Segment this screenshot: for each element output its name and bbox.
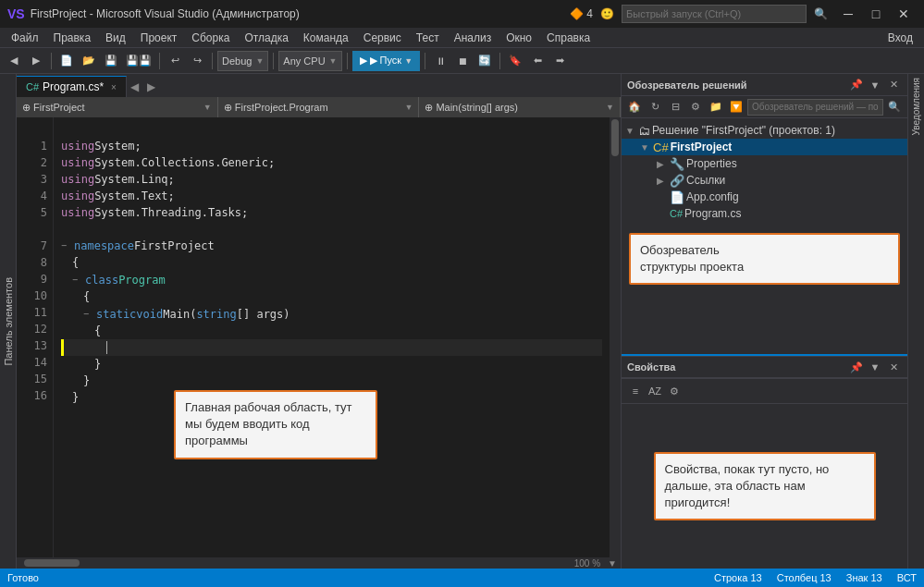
debug-config-dropdown[interactable]: Debug ▼ [217, 51, 268, 71]
se-search-btn[interactable]: 🔍 [885, 98, 904, 116]
programcs-label: Program.cs [684, 207, 741, 220]
tab-close-button[interactable]: × [111, 82, 117, 92]
main-layout: Панель элементов C# Program.cs* × ◀ ▶ ⊕ … [0, 74, 924, 569]
toolbar-nav1-btn[interactable]: ⬅ [527, 51, 548, 71]
tree-solution[interactable]: ▼ 🗂 Решение "FirstProject" (проектов: 1) [622, 122, 907, 139]
signin-button[interactable]: Вход [881, 30, 920, 46]
se-collapse-btn[interactable]: ⊟ [666, 98, 684, 116]
tab-scroll-right[interactable]: ▶ [143, 76, 160, 97]
code-editor[interactable]: 1 2 3 4 5 7 8 9 10 11 12 13 14 15 16 [17, 117, 621, 557]
props-category-btn[interactable]: ≡ [627, 383, 644, 399]
expand-icon-2[interactable]: − [72, 272, 83, 288]
tree-references[interactable]: ▶ 🔗 Ссылки [622, 172, 907, 189]
close-button[interactable]: ✕ [891, 5, 917, 23]
tree-properties[interactable]: ▶ 🔧 Properties [622, 155, 907, 172]
scrollbar-h-thumb [24, 559, 80, 567]
debug-indicator [61, 339, 64, 356]
toolbar-nav2-btn[interactable]: ➡ [549, 51, 570, 71]
title-bar: VS FirstProject - Microsoft Visual Studi… [0, 0, 924, 28]
project-label: FirstProject [671, 141, 733, 153]
menu-team[interactable]: Команда [296, 30, 356, 46]
properties-label: Properties [686, 157, 737, 170]
run-icon: ▶ [360, 55, 367, 67]
props-pages-btn[interactable]: ⚙ [666, 383, 683, 399]
notification-label[interactable]: Уведомления [911, 74, 921, 140]
se-home-btn[interactable]: 🏠 [625, 98, 644, 116]
editor-scrollbar[interactable] [610, 117, 621, 557]
code-dropdowns: ⊕ FirstProject ▼ ⊕ FirstProject.Program … [17, 97, 621, 117]
tab-scroll-left[interactable]: ◀ [127, 76, 143, 97]
toolbar-bookmark-btn[interactable]: 🔖 [505, 51, 525, 71]
menu-project[interactable]: Проект [133, 30, 185, 46]
quick-launch-input[interactable] [622, 5, 807, 23]
properties-title: Свойства [627, 361, 848, 373]
toolbar-saveall-btn[interactable]: 💾💾 [123, 51, 154, 71]
right-panel: Обозреватель решений 📌 ▼ ✕ 🏠 ↻ ⊟ ⚙ 📁 🔽 🔍 [621, 74, 907, 569]
se-search-input[interactable] [747, 99, 883, 116]
menu-build[interactable]: Сборка [184, 30, 237, 46]
toolbar-restart-btn[interactable]: 🔄 [474, 51, 495, 71]
menu-window[interactable]: Окно [499, 30, 539, 46]
tree-programcs[interactable]: C# Program.cs [622, 205, 907, 222]
toolbar-save-btn[interactable]: 💾 [101, 51, 121, 71]
code-line: } [61, 373, 602, 389]
bottom-scrollbar[interactable]: 100 % ▼ [17, 557, 621, 569]
program-cs-tab[interactable]: C# Program.cs* × [17, 76, 127, 97]
class-dropdown[interactable]: ⊕ FirstProject.Program ▼ [218, 97, 420, 117]
toolbar-undo-btn[interactable]: ↩ [165, 51, 185, 71]
props-menu-btn[interactable]: ▼ [867, 359, 883, 375]
tab-label: Program.cs* [43, 80, 104, 93]
menu-edit[interactable]: Правка [46, 30, 99, 46]
solution-icon: 🗂 [638, 124, 650, 138]
tree-appconfig[interactable]: 📄 App.config [622, 189, 907, 205]
menu-test[interactable]: Тест [409, 30, 447, 46]
toolbar-stop-btn[interactable]: ⏹ [452, 51, 473, 71]
se-close-btn[interactable]: ✕ [885, 77, 902, 93]
project-icon: C# [653, 141, 669, 154]
props-pin-btn[interactable]: 📌 [848, 359, 865, 375]
toolbar-pause-btn[interactable]: ⏸ [430, 51, 450, 71]
status-row: Строка 13 [714, 572, 762, 583]
toolbar-redo-btn[interactable]: ↪ [187, 51, 207, 71]
main-area-annotation: Главная рабочая область, тут мы будем вв… [174, 390, 377, 459]
code-content[interactable]: using System; using System.Collections.G… [54, 117, 610, 557]
toolbar-back-btn[interactable]: ◀ [4, 51, 24, 71]
title-text: FirstProject - Microsoft Visual Studio (… [31, 7, 570, 20]
left-panel: Панель элементов [0, 74, 17, 569]
method-arrow: ▼ [606, 103, 614, 112]
toolbar-open-btn[interactable]: 📂 [79, 51, 99, 71]
code-line: } [61, 356, 602, 373]
expand-icon-3[interactable]: − [83, 306, 94, 323]
expand-icon[interactable]: − [61, 238, 72, 254]
se-show-files-btn[interactable]: 📁 [707, 98, 725, 116]
props-close-btn[interactable]: ✕ [885, 359, 902, 375]
se-toolbar: 🏠 ↻ ⊟ ⚙ 📁 🔽 🔍 [622, 96, 907, 118]
maximize-button[interactable]: □ [863, 5, 889, 23]
run-button[interactable]: ▶ ▶ Пуск ▼ [352, 51, 421, 71]
menu-file[interactable]: Файл [4, 30, 46, 46]
properties-header: Свойства 📌 ▼ ✕ [622, 356, 907, 378]
menu-analyze[interactable]: Анализ [447, 30, 499, 46]
se-menu-btn[interactable]: ▼ [867, 77, 883, 93]
tree-project[interactable]: ▼ C# FirstProject [622, 139, 907, 155]
toolbar-forward-btn[interactable]: ▶ [26, 51, 46, 71]
minimize-button[interactable]: ─ [835, 5, 861, 23]
props-alpha-btn[interactable]: AZ [647, 383, 663, 399]
se-properties-btn[interactable]: ⚙ [686, 98, 705, 116]
menu-tools[interactable]: Сервис [356, 30, 409, 46]
se-pin-btn[interactable]: 📌 [848, 77, 865, 93]
editor-area: C# Program.cs* × ◀ ▶ ⊕ FirstProject ▼ ⊕ … [17, 74, 621, 569]
menu-help[interactable]: Справка [539, 30, 598, 46]
code-line [61, 121, 602, 138]
toolbar-sep-3 [212, 53, 213, 69]
method-dropdown[interactable]: ⊕ Main(string[] args) ▼ [419, 97, 621, 117]
method-label: ⊕ Main(string[] args) [425, 102, 518, 114]
platform-dropdown[interactable]: Any CPU ▼ [278, 51, 341, 71]
se-refresh-btn[interactable]: ↻ [646, 98, 664, 116]
menu-debug[interactable]: Отладка [237, 30, 295, 46]
menu-view[interactable]: Вид [98, 30, 133, 46]
toolbar-new-btn[interactable]: 📄 [56, 51, 77, 71]
code-line: using System.Threading.Tasks; [61, 204, 602, 221]
se-filter-btn[interactable]: 🔽 [727, 98, 745, 116]
namespace-dropdown[interactable]: ⊕ FirstProject ▼ [17, 97, 218, 117]
